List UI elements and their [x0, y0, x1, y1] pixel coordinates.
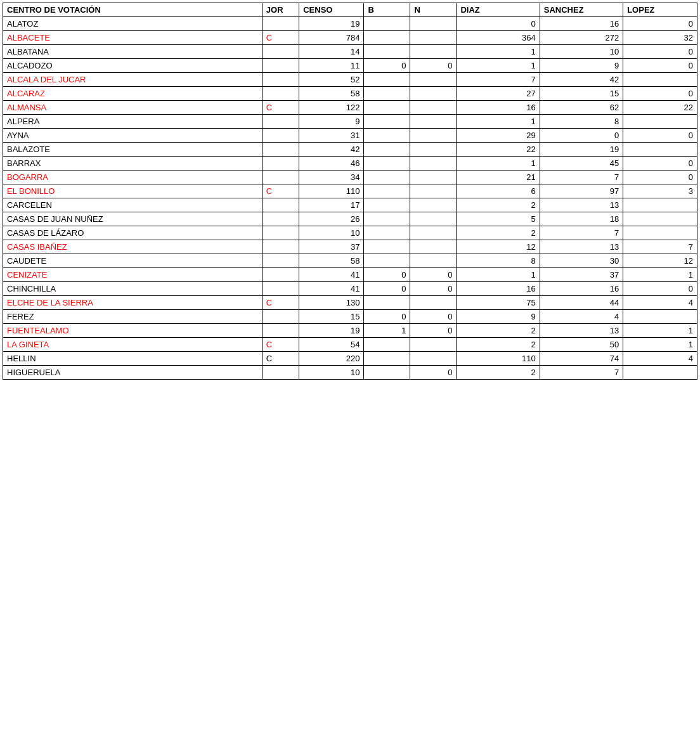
cell-censo: 41 [299, 268, 364, 282]
cell-lopez: 0 [623, 282, 697, 296]
header-n: N [410, 3, 457, 17]
cell-lopez: 3 [623, 184, 697, 198]
table-row: CAUDETE 58 8 30 12 [3, 254, 697, 268]
table-row: FUENTEALAMO 19 1 0 2 13 1 [3, 324, 697, 338]
cell-censo: 42 [299, 143, 364, 157]
cell-censo: 19 [299, 17, 364, 31]
cell-lopez: 0 [623, 129, 697, 143]
cell-b [364, 296, 410, 310]
cell-centro: ELCHE DE LA SIERRA [3, 296, 262, 310]
cell-censo: 15 [299, 310, 364, 324]
cell-censo: 122 [299, 101, 364, 115]
cell-censo: 17 [299, 198, 364, 212]
cell-b: 0 [364, 282, 410, 296]
cell-jor [262, 73, 299, 87]
cell-jor [262, 59, 299, 73]
cell-censo: 220 [299, 352, 364, 366]
cell-sanchez: 74 [540, 352, 623, 366]
cell-centro: CHINCHILLA [3, 282, 262, 296]
cell-lopez: 7 [623, 240, 697, 254]
header-b: B [364, 3, 410, 17]
cell-lopez: 1 [623, 324, 697, 338]
cell-diaz: 9 [457, 310, 540, 324]
cell-b: 1 [364, 324, 410, 338]
cell-lopez: 0 [623, 17, 697, 31]
table-row: BALAZOTE 42 22 19 [3, 143, 697, 157]
cell-diaz: 2 [457, 338, 540, 352]
table-row: CASAS IBAÑEZ 37 12 13 7 [3, 240, 697, 254]
cell-n [410, 101, 457, 115]
cell-censo: 10 [299, 366, 364, 380]
cell-lopez: 4 [623, 296, 697, 310]
cell-jor [262, 198, 299, 212]
cell-jor [262, 87, 299, 101]
header-jor: JOR [262, 3, 299, 17]
cell-jor [262, 17, 299, 31]
cell-b [364, 212, 410, 226]
cell-censo: 130 [299, 296, 364, 310]
cell-n [410, 45, 457, 59]
cell-lopez [623, 143, 697, 157]
cell-centro: HELLIN [3, 352, 262, 366]
cell-sanchez: 4 [540, 310, 623, 324]
cell-centro: ALBATANA [3, 45, 262, 59]
cell-diaz: 27 [457, 87, 540, 101]
table-row: FEREZ 15 0 0 9 4 [3, 310, 697, 324]
cell-n [410, 73, 457, 87]
cell-b: 0 [364, 268, 410, 282]
cell-sanchez: 16 [540, 282, 623, 296]
cell-diaz: 364 [457, 31, 540, 45]
cell-sanchez: 13 [540, 324, 623, 338]
cell-centro: CENIZATE [3, 268, 262, 282]
cell-jor [262, 115, 299, 129]
cell-jor [262, 324, 299, 338]
cell-b [364, 157, 410, 171]
cell-jor: C [262, 352, 299, 366]
cell-centro: ALATOZ [3, 17, 262, 31]
cell-diaz: 22 [457, 143, 540, 157]
cell-diaz: 16 [457, 101, 540, 115]
cell-lopez [623, 366, 697, 380]
cell-n [410, 115, 457, 129]
cell-n [410, 143, 457, 157]
table-row: ELCHE DE LA SIERRA C 130 75 44 4 [3, 296, 697, 310]
cell-lopez: 0 [623, 87, 697, 101]
cell-n [410, 198, 457, 212]
cell-jor: C [262, 296, 299, 310]
cell-centro: BALAZOTE [3, 143, 262, 157]
cell-b [364, 73, 410, 87]
cell-n [410, 129, 457, 143]
cell-sanchez: 7 [540, 171, 623, 184]
cell-sanchez: 7 [540, 366, 623, 380]
cell-jor [262, 143, 299, 157]
cell-censo: 11 [299, 59, 364, 73]
cell-censo: 26 [299, 212, 364, 226]
cell-lopez: 1 [623, 338, 697, 352]
cell-diaz: 7 [457, 73, 540, 87]
cell-centro: CARCELEN [3, 198, 262, 212]
cell-centro: ALCARAZ [3, 87, 262, 101]
cell-centro: CASAS DE LÁZARO [3, 226, 262, 240]
cell-centro: ALBACETE [3, 31, 262, 45]
voting-table: CENTRO DE VOTACIÓN JOR CENSO B N DIAZ SA… [3, 3, 697, 380]
cell-sanchez: 45 [540, 157, 623, 171]
table-row: ALBATANA 14 1 10 0 [3, 45, 697, 59]
cell-b [364, 338, 410, 352]
header-centro: CENTRO DE VOTACIÓN [3, 3, 262, 17]
cell-sanchez: 44 [540, 296, 623, 310]
cell-b [364, 101, 410, 115]
cell-censo: 110 [299, 184, 364, 198]
table-row: ALMANSA C 122 16 62 22 [3, 101, 697, 115]
cell-censo: 10 [299, 226, 364, 240]
cell-n [410, 157, 457, 171]
cell-n [410, 184, 457, 198]
cell-centro: LA GINETA [3, 338, 262, 352]
cell-lopez: 0 [623, 171, 697, 184]
cell-jor [262, 129, 299, 143]
cell-diaz: 1 [457, 157, 540, 171]
cell-sanchez: 42 [540, 73, 623, 87]
cell-lopez [623, 310, 697, 324]
header-row: CENTRO DE VOTACIÓN JOR CENSO B N DIAZ SA… [3, 3, 697, 17]
cell-diaz: 2 [457, 366, 540, 380]
cell-censo: 52 [299, 73, 364, 87]
